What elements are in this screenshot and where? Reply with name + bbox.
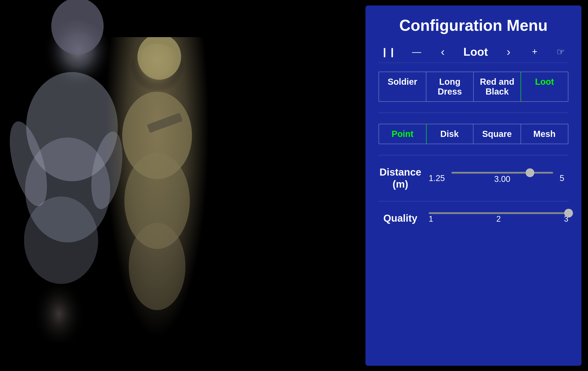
toolbar-row: ❙❙ — ‹ Loot › + ☞ [378,45,568,63]
quality-slider-track [429,212,568,214]
render-mode-group: Point Disk Square Mesh [378,124,568,144]
distance-slider-row: Distance(m) 1.25 3.00 5 [378,166,568,190]
pause-button[interactable]: ❙❙ [381,46,396,57]
model-long-dress-button[interactable]: LongDress [426,72,474,101]
model-loot-button[interactable]: Loot [521,72,568,102]
render-disk-button[interactable]: Disk [426,124,474,144]
next-button[interactable]: › [503,45,514,58]
model-red-black-button[interactable]: Red andBlack [474,72,521,101]
render-point-button[interactable]: Point [378,124,427,144]
prev-button[interactable]: ‹ [437,45,448,58]
hand-button[interactable]: ☞ [555,46,566,57]
render-square-button[interactable]: Square [473,124,521,144]
svg-point-11 [129,223,185,310]
divider-2 [378,155,568,155]
distance-section: Distance(m) 1.25 3.00 5 [378,166,568,190]
divider-3 [378,201,568,201]
model-selection-group: Soldier LongDress Red andBlack Loot [378,72,568,102]
quality-slider-row: Quality 1 2 3 [378,212,568,224]
quality-section: Quality 1 2 3 [378,212,568,224]
panel-title: Configuration Menu [378,16,568,34]
soldier-svg [105,37,210,338]
divider-1 [378,113,568,113]
distance-slider-value: 3.00 [452,175,553,184]
distance-slider-thumb[interactable] [525,168,534,177]
svg-point-4 [24,247,94,343]
quality-slider-wrapper: 1 2 3 [429,213,568,224]
distance-max: 5 [560,174,568,183]
quality-tick-1: 1 [429,214,433,224]
minus-button[interactable]: — [411,46,422,57]
model-soldier-button[interactable]: Soldier [379,72,426,101]
quality-slider-thumb[interactable] [564,209,573,218]
svg-point-7 [51,0,104,55]
current-model-label: Loot [463,45,488,58]
quality-tick-2: 2 [496,214,501,224]
distance-slider-wrapper: 3.00 [452,173,553,184]
soldier-figure [105,37,210,338]
quality-slider-ticks: 1 2 3 [429,214,568,224]
render-mesh-button[interactable]: Mesh [521,124,568,144]
distance-label: Distance(m) [378,166,422,190]
distance-slider-track [452,172,553,174]
quality-label: Quality [378,212,422,224]
plus-button[interactable]: + [529,46,540,57]
config-panel: Configuration Menu ❙❙ — ‹ Loot › + ☞ Sol… [366,5,581,366]
distance-min: 1.25 [429,174,445,183]
